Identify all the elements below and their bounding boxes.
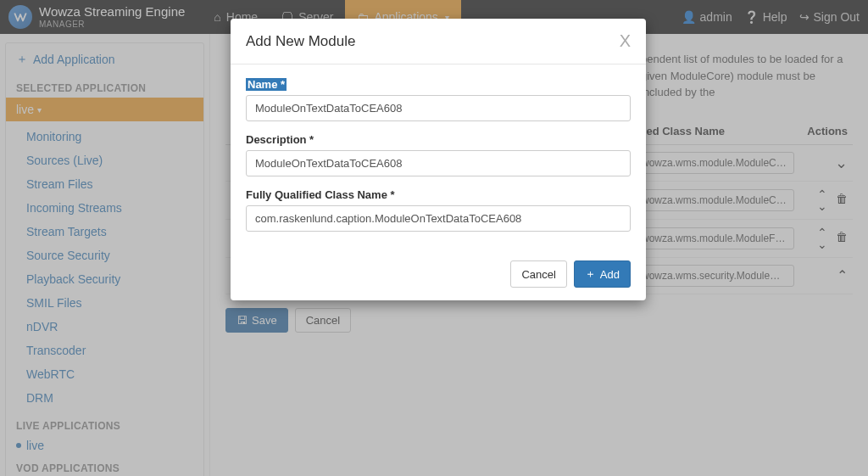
- name-label: Name *: [246, 78, 287, 91]
- modal-add-label: Add: [600, 268, 620, 281]
- modal-cancel-button[interactable]: Cancel: [510, 260, 566, 288]
- class-label: Fully Qualified Class Name *: [246, 188, 631, 201]
- plus-icon: ＋: [585, 266, 596, 282]
- modal-cancel-label: Cancel: [521, 268, 555, 281]
- modal-add-button[interactable]: ＋ Add: [574, 260, 631, 288]
- modal-title: Add New Module: [246, 33, 355, 50]
- description-input[interactable]: [246, 150, 631, 176]
- add-module-modal: Add New Module X Name * Description * Fu…: [231, 19, 646, 300]
- class-name-input[interactable]: [246, 205, 631, 232]
- close-icon[interactable]: X: [620, 31, 631, 51]
- name-input[interactable]: [246, 95, 631, 121]
- description-label: Description *: [246, 133, 631, 146]
